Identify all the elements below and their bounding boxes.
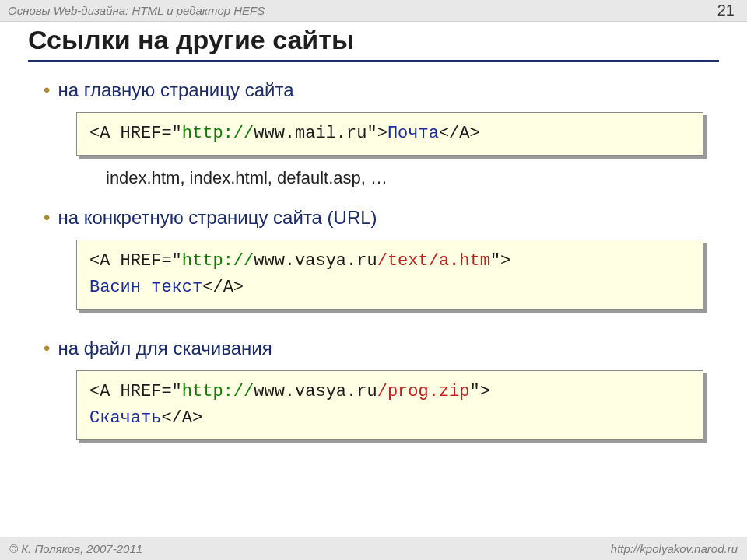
top-bar: Основы Web-дизайна: HTML и редактор HEFS… [0, 0, 747, 22]
bullet-dot-icon: • [44, 81, 50, 100]
code-close-attr: "> [490, 251, 510, 271]
code-close-tag: </A> [161, 408, 202, 428]
bullet-dot-icon: • [44, 208, 50, 227]
bullet-item: • на главную страницу сайта [44, 79, 719, 101]
code-host: www.vasya.ru [254, 382, 377, 401]
slide: Основы Web-дизайна: HTML и редактор HEFS… [0, 0, 747, 560]
code-example: <A HREF="http://www.vasya.ru/prog.zip"> … [76, 370, 703, 440]
content-area: • на главную страницу сайта <A HREF="htt… [0, 79, 747, 440]
page-number: 21 [717, 2, 739, 19]
code-linktext: Скачать [89, 408, 161, 428]
code-close-tag: </A> [439, 124, 480, 143]
code-host: www.vasya.ru [254, 251, 377, 271]
code-close-attr: "> [470, 382, 490, 401]
bullet-dot-icon: • [44, 339, 50, 358]
note-text: index.htm, index.html, default.asp, … [106, 168, 719, 188]
bullet-item: • на файл для скачивания [44, 338, 719, 359]
code-prefix: <A HREF=" [89, 251, 182, 271]
code-example: <A HREF="http://www.vasya.ru/text/a.htm"… [76, 240, 703, 310]
code-protocol: http:// [182, 251, 254, 271]
code-host: www.mail.ru [254, 124, 366, 143]
code-close-tag: </A> [202, 278, 244, 297]
bullet-text: на главную страницу сайта [58, 79, 293, 101]
code-example: <A HREF="http://www.mail.ru">Почта</A> [76, 112, 703, 156]
title-block: Ссылки на другие сайты [0, 22, 747, 62]
code-close-attr: "> [366, 124, 387, 143]
footer-url: http://kpolyakov.narod.ru [611, 542, 738, 555]
copyright-text: © К. Поляков, 2007-2011 [9, 542, 142, 555]
code-prefix: <A HREF=" [89, 124, 182, 143]
bullet-text: на конкретную страницу сайта (URL) [58, 207, 377, 229]
bullet-item: • на конкретную страницу сайта (URL) [44, 207, 719, 229]
code-protocol: http:// [182, 124, 254, 143]
code-linktext: Васин текст [89, 278, 202, 297]
bullet-text: на файл для скачивания [58, 338, 272, 359]
code-path: /prog.zip [377, 382, 470, 401]
code-prefix: <A HREF=" [89, 382, 182, 401]
code-protocol: http:// [182, 382, 254, 401]
code-linktext: Почта [388, 124, 439, 143]
code-path: /text/a.htm [377, 251, 490, 271]
lecture-title: Основы Web-дизайна: HTML и редактор HEFS [8, 4, 265, 17]
footer-bar: © К. Поляков, 2007-2011 http://kpolyakov… [0, 537, 747, 560]
slide-title: Ссылки на другие сайты [28, 25, 719, 62]
